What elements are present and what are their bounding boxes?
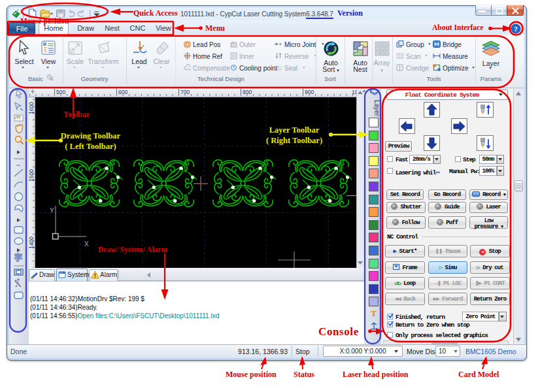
svg-text:900: 900 xyxy=(305,89,314,95)
svg-text:700: 700 xyxy=(180,89,190,95)
svg-text:Y: Y xyxy=(50,207,54,214)
svg-text:600: 600 xyxy=(118,89,127,95)
svg-text:1600: 1600 xyxy=(29,102,35,114)
svg-text:800: 800 xyxy=(243,89,252,95)
svg-text:字: 字 xyxy=(14,253,22,263)
svg-text:1400: 1400 xyxy=(29,237,35,249)
svg-text:500: 500 xyxy=(56,89,65,95)
svg-text:?: ? xyxy=(514,25,518,33)
svg-text:1500: 1500 xyxy=(29,169,35,182)
svg-text:X: X xyxy=(84,240,89,248)
